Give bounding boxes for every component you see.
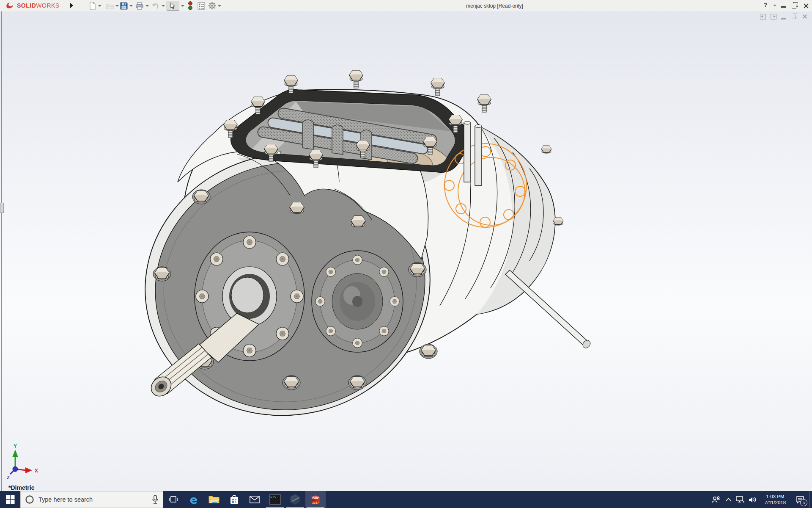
screen: SOLIDWORKS <box>0 0 812 508</box>
help-caret[interactable] <box>773 5 776 6</box>
task-view-button[interactable] <box>163 491 184 508</box>
tray-date: 7/11/2018 <box>765 500 786 505</box>
task-view-icon <box>169 496 178 503</box>
start-button[interactable] <box>0 491 20 508</box>
svg-text:2017: 2017 <box>312 501 319 504</box>
taskbar-app-solidworks[interactable]: SW 2017 <box>305 491 326 508</box>
svg-text:SW: SW <box>312 495 318 500</box>
help-button[interactable]: ? <box>764 2 767 8</box>
gear-icon <box>208 2 216 10</box>
title-bar: SOLIDWORKS <box>0 0 812 12</box>
brand-text: SOLIDWORKS <box>17 2 60 9</box>
secondary-cover[interactable] <box>312 251 403 352</box>
open-icon <box>106 2 114 10</box>
traffic-light-icon <box>188 1 193 11</box>
notification-badge: 3 <box>800 499 807 506</box>
command-prompt-icon: C:\ <box>269 494 281 505</box>
system-tray: 1:03 PM 7/11/2018 3 <box>709 491 812 508</box>
document-close-button[interactable] <box>802 14 809 20</box>
taskbar-app-file-explorer[interactable] <box>204 491 224 508</box>
tray-expand-chevron-icon[interactable] <box>723 491 734 508</box>
file-explorer-icon <box>208 495 219 504</box>
open-button <box>106 1 119 11</box>
triad-y-label: Y <box>14 443 17 449</box>
panel-splitter[interactable] <box>1 11 2 491</box>
microphone-icon[interactable] <box>152 495 159 504</box>
file-properties-icon <box>198 2 205 10</box>
document-restore-button[interactable] <box>792 14 798 20</box>
undo-icon <box>151 2 160 10</box>
view-orientation-label: *Dimetric <box>8 484 35 491</box>
print-button[interactable] <box>135 1 149 11</box>
taskbar-app-command-prompt[interactable]: C:\ <box>265 491 285 508</box>
select-button[interactable] <box>167 1 184 11</box>
ds-logo-icon <box>5 1 15 10</box>
graphics-viewport[interactable]: Y X Z *Dimetric <box>0 11 812 491</box>
taskbar-app-store[interactable] <box>224 491 244 508</box>
tray-time: 1:03 PM <box>766 494 785 500</box>
new-document-button[interactable] <box>89 1 102 11</box>
brand-works: WORKS <box>36 2 59 9</box>
taskbar-app-mail[interactable] <box>244 491 265 508</box>
solidworks-logo: SOLIDWORKS <box>5 1 60 10</box>
previous-document-button[interactable] <box>760 14 766 20</box>
network-icon[interactable] <box>734 491 746 508</box>
options-button[interactable] <box>208 1 221 11</box>
save-icon <box>120 2 128 10</box>
action-center-button[interactable]: 3 <box>791 491 809 508</box>
taskbar: Type here to search e <box>0 491 812 508</box>
search-box[interactable]: Type here to search <box>20 491 163 508</box>
triad-z-label: Z <box>7 475 10 480</box>
people-icon[interactable] <box>709 491 723 508</box>
cortana-icon <box>25 495 34 504</box>
gearbox-model[interactable]: Y X Z *Dimetric <box>0 11 812 491</box>
toolbar-flyout-arrow[interactable] <box>70 3 73 8</box>
window-title: menjac sklop [Read-only] <box>466 3 523 9</box>
brand-solid: SOLID <box>17 2 36 9</box>
store-icon <box>230 494 239 505</box>
undo-button <box>151 1 165 11</box>
taskbar-app-hexagon[interactable] <box>285 491 305 508</box>
triad-x-label: X <box>35 468 38 474</box>
close-button[interactable] <box>803 3 809 9</box>
document-window-controls <box>760 14 809 20</box>
new-document-icon <box>89 2 96 10</box>
next-document-button[interactable] <box>771 14 777 20</box>
file-properties-button[interactable] <box>198 1 205 11</box>
taskbar-app-edge[interactable]: e <box>184 491 204 508</box>
select-cursor-icon <box>167 1 179 11</box>
solidworks-2017-icon: SW 2017 <box>310 494 321 505</box>
edge-icon: e <box>190 494 198 505</box>
print-icon <box>135 2 144 10</box>
volume-icon[interactable] <box>746 491 759 508</box>
rebuild-traffic-light-button[interactable] <box>188 1 193 11</box>
hexagon-app-icon <box>290 494 301 505</box>
restore-button[interactable] <box>792 4 796 8</box>
show-desktop-button[interactable] <box>809 491 812 508</box>
mail-icon <box>250 496 260 503</box>
minimize-button[interactable] <box>781 6 786 8</box>
save-button[interactable] <box>120 1 133 11</box>
windows-logo-icon <box>6 495 15 504</box>
search-input[interactable]: Type here to search <box>38 496 152 503</box>
clock[interactable]: 1:03 PM 7/11/2018 <box>759 491 791 508</box>
document-minimize-button[interactable] <box>781 14 787 20</box>
panel-splitter-tab[interactable] <box>0 203 4 213</box>
